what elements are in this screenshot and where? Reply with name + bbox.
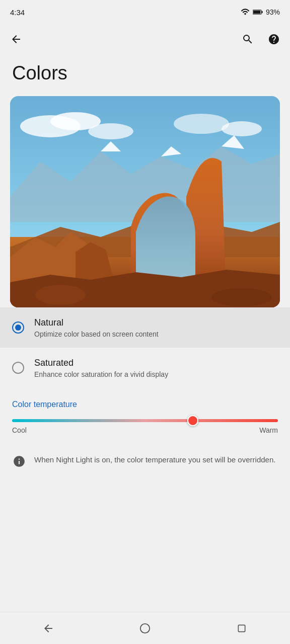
battery-percent: 93% — [266, 8, 280, 16]
svg-point-7 — [174, 114, 229, 134]
svg-rect-21 — [238, 625, 245, 631]
app-bar — [0, 24, 290, 54]
nav-recents-icon — [237, 623, 247, 633]
preview-container — [10, 96, 280, 307]
svg-point-8 — [222, 121, 262, 136]
status-icons: 93% — [241, 8, 280, 16]
option-natural-label: Natural — [34, 317, 159, 329]
nav-home-icon — [139, 623, 151, 634]
option-natural[interactable]: Natural Optimize color based on screen c… — [0, 307, 290, 348]
color-temperature-title: Color temperature — [12, 400, 278, 409]
info-section: When Night Light is on, the color temper… — [0, 442, 290, 468]
nav-recents-button[interactable] — [227, 613, 257, 643]
warm-label: Warm — [259, 426, 278, 434]
help-icon — [268, 33, 280, 45]
app-bar-right — [236, 27, 286, 51]
option-saturated-label: Saturated — [34, 357, 168, 369]
svg-point-19 — [211, 288, 272, 306]
temperature-slider-track[interactable] — [12, 419, 278, 422]
svg-point-6 — [88, 123, 133, 139]
radio-saturated[interactable] — [12, 362, 24, 374]
svg-point-18 — [35, 285, 86, 305]
option-saturated[interactable]: Saturated Enhance color saturation for a… — [0, 348, 290, 388]
nav-home-button[interactable] — [130, 613, 160, 643]
svg-point-20 — [140, 623, 150, 632]
main-content: Colors — [0, 54, 290, 644]
radio-natural[interactable] — [12, 321, 24, 334]
landscape-preview — [10, 96, 280, 307]
back-icon — [10, 33, 22, 45]
nav-back-button[interactable] — [33, 613, 63, 643]
status-time: 4:34 — [10, 8, 25, 17]
wifi-icon — [241, 9, 250, 16]
option-natural-desc: Optimize color based on screen content — [34, 330, 159, 338]
search-icon — [242, 33, 254, 45]
svg-rect-2 — [253, 11, 260, 14]
svg-rect-1 — [261, 11, 262, 13]
option-natural-text: Natural Optimize color based on screen c… — [34, 317, 159, 338]
app-bar-left — [4, 27, 28, 51]
nav-back-icon — [42, 622, 54, 634]
cool-label: Cool — [12, 426, 27, 434]
info-text: When Night Light is on, the color temper… — [34, 454, 275, 466]
slider-labels: Cool Warm — [12, 426, 278, 434]
nav-bar — [0, 612, 290, 644]
color-temperature-section: Color temperature Cool Warm — [0, 388, 290, 442]
back-button[interactable] — [4, 27, 28, 51]
info-icon — [13, 455, 26, 468]
help-button[interactable] — [262, 27, 286, 51]
temperature-slider-container — [12, 419, 278, 422]
battery-icon — [253, 9, 263, 15]
option-saturated-desc: Enhance color saturation for a vivid dis… — [34, 370, 168, 378]
search-button[interactable] — [236, 27, 260, 51]
info-icon-container — [12, 454, 26, 468]
status-bar: 4:34 93% — [0, 0, 290, 24]
temperature-slider-thumb[interactable] — [187, 415, 198, 426]
option-saturated-text: Saturated Enhance color saturation for a… — [34, 357, 168, 378]
page-title: Colors — [0, 54, 290, 96]
